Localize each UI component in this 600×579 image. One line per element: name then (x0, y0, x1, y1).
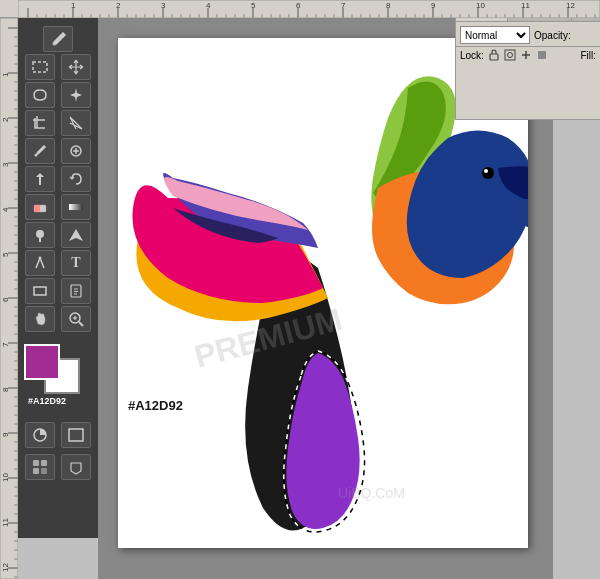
hand-tool[interactable] (25, 306, 55, 332)
gradient-tool[interactable] (61, 194, 91, 220)
slice-tool[interactable] (61, 110, 91, 136)
fill-label: Fill: (580, 50, 596, 61)
svg-point-3 (35, 154, 38, 157)
toolbar: T #A12D92 (18, 18, 98, 538)
move-tool[interactable] (61, 54, 91, 80)
lock-label: Lock: (460, 50, 484, 61)
svg-point-24 (482, 167, 494, 179)
svg-rect-18 (69, 429, 83, 441)
text-tool-icon: T (71, 255, 80, 271)
brush-tool[interactable] (43, 26, 73, 52)
svg-rect-19 (33, 460, 39, 466)
layers-blend-row: Normal Multiply Screen Overlay Opacity: (456, 22, 600, 47)
lock-image-icon[interactable] (504, 49, 516, 61)
crop-tool[interactable] (25, 110, 55, 136)
eyedropper-tool[interactable] (25, 138, 55, 164)
svg-rect-7 (69, 204, 83, 210)
shape-tool[interactable] (25, 278, 55, 304)
svg-rect-9 (39, 238, 41, 242)
color-hex-display: #A12D92 (128, 398, 183, 413)
clone-stamp-tool[interactable] (25, 166, 55, 192)
magic-wand-tool[interactable] (61, 82, 91, 108)
screen-mode-button[interactable] (61, 422, 91, 448)
ruler-canvas-left (0, 18, 18, 579)
opacity-label: Opacity: (534, 30, 571, 41)
lock-transparent-icon[interactable] (488, 49, 500, 61)
svg-rect-31 (538, 51, 546, 59)
pen-tool[interactable] (25, 250, 55, 276)
svg-rect-11 (34, 287, 46, 295)
ruler-canvas-top (18, 0, 600, 18)
lock-all-icon[interactable] (536, 49, 548, 61)
layers-panel: Layers Channels Paths Normal Multiply Sc… (455, 0, 600, 120)
svg-point-8 (36, 230, 44, 238)
svg-point-10 (39, 257, 42, 260)
blur-tool[interactable] (61, 222, 91, 248)
svg-rect-6 (34, 205, 40, 212)
heal-tool[interactable] (61, 138, 91, 164)
text-tool[interactable]: T (61, 250, 91, 276)
blend-mode-select[interactable]: Normal Multiply Screen Overlay (460, 26, 530, 44)
svg-rect-28 (490, 54, 498, 60)
zoom-tool[interactable] (61, 306, 91, 332)
svg-rect-2 (33, 62, 47, 72)
svg-line-14 (79, 322, 83, 326)
color-hex-label: #A12D92 (28, 396, 66, 406)
foreground-color-swatch[interactable] (24, 344, 60, 380)
svg-point-30 (507, 53, 512, 58)
history-brush-tool[interactable] (61, 166, 91, 192)
lasso-tool[interactable] (25, 82, 55, 108)
svg-point-25 (484, 169, 488, 173)
quick-mask-button[interactable] (25, 422, 55, 448)
eraser-tool[interactable] (25, 194, 55, 220)
lock-row: Lock: Fill: (456, 47, 600, 63)
svg-rect-21 (33, 468, 39, 474)
svg-text:UiBQ.CoM: UiBQ.CoM (338, 485, 405, 501)
cs-button[interactable] (61, 454, 91, 480)
marquee-tool[interactable] (25, 54, 55, 80)
dodge-tool[interactable] (25, 222, 55, 248)
svg-rect-20 (41, 460, 47, 466)
svg-rect-22 (41, 468, 47, 474)
lock-position-icon[interactable] (520, 49, 532, 61)
svg-rect-29 (505, 50, 515, 60)
notes-tool[interactable] (61, 278, 91, 304)
bridge-button[interactable] (25, 454, 55, 480)
